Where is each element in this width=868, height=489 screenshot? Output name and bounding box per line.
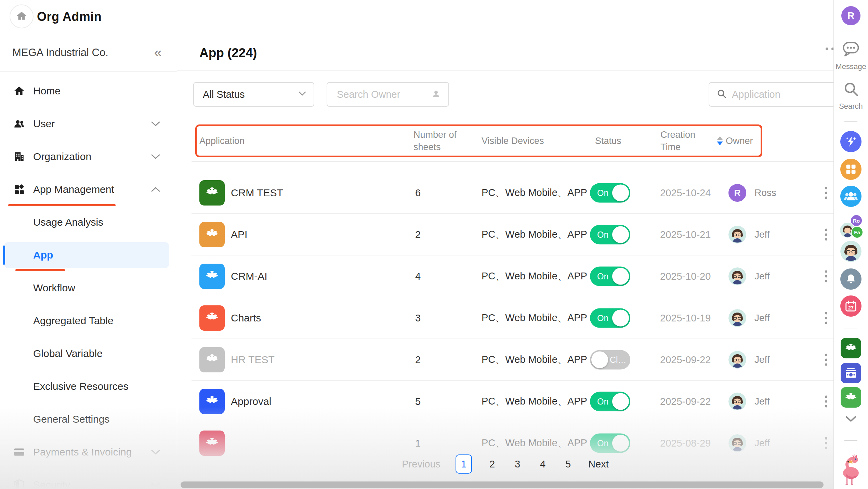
sheet-count: 6 [415,187,421,199]
status-filter-select[interactable]: All Status [193,82,314,107]
row-menu-button[interactable] [823,185,829,201]
status-toggle[interactable]: On [590,434,630,453]
status-toggle[interactable]: On [590,267,630,286]
flamingo-mascot[interactable] [836,454,866,488]
annotation-underline-app [15,269,65,271]
sidebar-item-app-management[interactable]: App Management [0,173,177,206]
pagination-page-1-current[interactable]: 1 [456,454,472,474]
ai-lightning-app-icon[interactable] [840,131,862,152]
contacts-people-icon[interactable] [840,186,862,207]
owner-avatar: R [728,184,746,202]
row-menu-button[interactable] [823,310,829,326]
badge-fa: Fa [851,226,863,238]
row-menu-button[interactable] [823,268,829,285]
sidebar-item-exclusive-resources[interactable]: Exclusive Resources [0,370,177,403]
app-shortcut-payments-icon[interactable] [841,363,861,383]
sidebar-item-security[interactable]: Security [0,468,177,489]
visible-devices: PC、Web Mobile、APP [482,395,587,408]
pagination-page-4[interactable]: 4 [538,459,548,470]
status-toggle[interactable]: On [590,308,630,328]
org-header: MEGA Industrial Co. « [0,33,177,72]
member-avatar[interactable] [840,241,862,262]
pagination-next[interactable]: Next [588,459,609,470]
owner-avatar [728,267,746,285]
app-icon [199,347,225,372]
visible-devices: PC、Web Mobile、APP [482,269,587,283]
sidebar-item-app[interactable]: App [0,239,177,272]
org-admin-screen: Org Admin MEGA Industrial Co. « Home Use… [0,0,868,489]
building-icon [13,150,25,163]
status-toggle[interactable]: On [590,392,630,411]
home-button[interactable] [10,4,34,28]
row-menu-button[interactable] [823,394,829,410]
owner-search-field [327,82,449,107]
chevron-down-icon [151,482,160,488]
app-name: HR TEST [231,354,275,366]
message-label: Message [836,62,866,71]
sidebar-item-workflow[interactable]: Workflow [0,272,177,304]
row-menu-button[interactable] [823,352,829,368]
status-toggle[interactable]: On [590,183,630,203]
col-application[interactable]: Application [199,135,245,147]
sheet-count: 3 [415,313,421,324]
app-icon [199,389,225,414]
owner-name: Jeff [754,354,770,365]
table-row[interactable]: HR TEST 2 PC、Web Mobile、APP Cl… 2025-09-… [177,339,833,381]
svg-text:27: 27 [848,305,854,310]
visible-devices: PC、Web Mobile、APP [482,186,587,200]
pagination-page-5[interactable]: 5 [563,459,573,470]
owner-name: Jeff [754,313,770,323]
table-row[interactable]: Charts 3 PC、Web Mobile、APP On 2025-10-19… [177,297,833,339]
rail-expand-chevron-icon[interactable] [845,415,857,424]
table-row[interactable]: CRM-AI 4 PC、Web Mobile、APP On 2025-10-20… [177,255,833,297]
message-icon[interactable] [842,41,860,58]
sidebar-item-payments-invoicing[interactable]: Payments & Invoicing [0,436,177,468]
col-owner[interactable]: Owner [717,135,753,147]
horizontal-scrollbar[interactable] [181,481,824,488]
row-menu-button[interactable] [823,435,829,451]
app-shortcut-lego-dark-icon[interactable] [841,338,861,358]
sort-icon[interactable] [717,136,723,145]
sidebar-item-user[interactable]: User [0,107,177,140]
sidebar-item-organization[interactable]: Organization [0,140,177,173]
col-number-of-sheets[interactable]: Number of sheets [413,129,468,154]
application-search-input[interactable] [731,89,833,101]
col-status[interactable]: Status [595,135,621,147]
app-shortcut-lego-green-icon[interactable] [841,387,861,408]
visible-devices: PC、Web Mobile、APP [482,436,587,450]
workspace-avatar-cluster[interactable]: Ro Fa [840,216,862,238]
owner-avatar [728,393,746,410]
col-visible-devices[interactable]: Visible Devices [482,135,544,147]
row-menu-button[interactable] [823,227,829,243]
sidebar-collapse-button[interactable]: « [154,33,162,72]
content-title-text: App [199,46,224,60]
app-name: API [231,229,247,240]
search-icon[interactable] [843,81,859,98]
pagination-page-3[interactable]: 3 [512,459,523,470]
owner-search-input[interactable] [336,89,431,101]
status-toggle[interactable]: On [590,225,630,244]
calendar-icon[interactable]: 27 [840,295,862,317]
table-row[interactable]: CRM TEST 6 PC、Web Mobile、APP On 2025-10-… [177,172,833,214]
status-toggle[interactable]: Cl… [590,350,630,370]
sidebar-item-general-settings[interactable]: General Settings [0,403,177,436]
user-avatar[interactable]: R [841,6,860,25]
app-icon [199,222,225,247]
sidebar-item-usage-analysis[interactable]: Usage Analysis [0,206,177,239]
pagination-page-2[interactable]: 2 [487,459,497,470]
pagination-previous[interactable]: Previous [402,459,440,470]
app-icon [199,305,225,331]
col-creation-time[interactable]: Creation Time [660,129,705,154]
sheet-count: 5 [415,396,421,407]
creation-date: 2025-09-22 [660,396,711,407]
table-row[interactable]: Approval 5 PC、Web Mobile、APP On 2025-09-… [177,381,833,422]
app-grid-icon[interactable] [840,159,862,180]
sidebar-item-global-variable[interactable]: Global Variable [0,337,177,370]
sidebar-item-home[interactable]: Home [0,75,177,107]
sidebar: MEGA Industrial Co. « Home User Organiza… [0,33,177,489]
more-options-icon[interactable] [826,48,833,50]
sidebar-item-aggregated-table[interactable]: Aggregated Table [0,304,177,337]
notification-bell-icon[interactable] [840,268,862,290]
table-row[interactable]: API 2 PC、Web Mobile、APP On 2025-10-21 Je… [177,214,833,255]
visible-devices: PC、Web Mobile、APP [482,311,587,325]
